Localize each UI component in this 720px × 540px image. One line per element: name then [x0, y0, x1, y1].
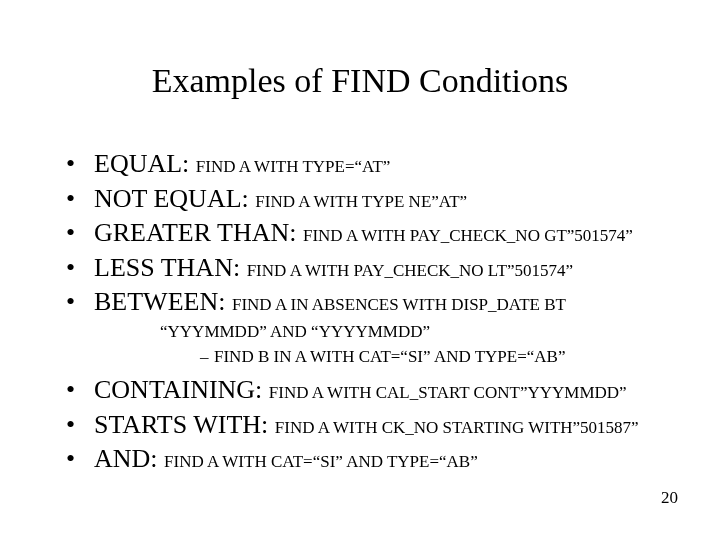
item-lead: GREATER THAN:	[94, 218, 303, 247]
between-subitem: –FIND B IN A WITH CAT=“SI” AND TYPE=“AB”	[200, 345, 670, 369]
list-item: LESS THAN: FIND A WITH PAY_CHECK_NO LT”5…	[66, 252, 670, 285]
item-code: FIND A WITH CAT=“SI” AND TYPE=“AB”	[164, 452, 478, 471]
item-code: FIND A WITH TYPE NE”AT”	[255, 192, 467, 211]
item-code: FIND A WITH PAY_CHECK_NO LT”501574”	[247, 261, 574, 280]
list-item: EQUAL: FIND A WITH TYPE=“AT”	[66, 148, 670, 181]
item-code: FIND A IN ABSENCES WITH DISP_DATE BT	[232, 295, 566, 314]
item-lead: AND:	[94, 444, 164, 473]
list-item: BETWEEN: FIND A IN ABSENCES WITH DISP_DA…	[66, 286, 670, 319]
item-code: FIND A WITH CAL_START CONT”YYYMMDD”	[269, 383, 627, 402]
slide-title: Examples of FIND Conditions	[0, 62, 720, 100]
item-lead: LESS THAN:	[94, 253, 247, 282]
item-lead: EQUAL:	[94, 149, 196, 178]
item-code: FIND A WITH PAY_CHECK_NO GT”501574”	[303, 226, 633, 245]
dash-icon: –	[200, 345, 214, 369]
slide-body: EQUAL: FIND A WITH TYPE=“AT” NOT EQUAL: …	[66, 148, 670, 478]
item-code: FIND A WITH CK_NO STARTING WITH”501587”	[275, 418, 639, 437]
list-item: CONTAINING: FIND A WITH CAL_START CONT”Y…	[66, 374, 670, 407]
slide: Examples of FIND Conditions EQUAL: FIND …	[0, 0, 720, 540]
list-item: NOT EQUAL: FIND A WITH TYPE NE”AT”	[66, 183, 670, 216]
subitem-text: FIND B IN A WITH CAT=“SI” AND TYPE=“AB”	[214, 347, 565, 366]
item-lead: STARTS WITH:	[94, 410, 275, 439]
bullet-list-1: EQUAL: FIND A WITH TYPE=“AT” NOT EQUAL: …	[66, 148, 670, 319]
page-number: 20	[661, 488, 678, 508]
between-continuation: “YYYMMDD” AND “YYYYMMDD”	[160, 321, 670, 343]
list-item: AND: FIND A WITH CAT=“SI” AND TYPE=“AB”	[66, 443, 670, 476]
item-lead: NOT EQUAL:	[94, 184, 255, 213]
item-lead: BETWEEN:	[94, 287, 232, 316]
list-item: GREATER THAN: FIND A WITH PAY_CHECK_NO G…	[66, 217, 670, 250]
bullet-list-2: CONTAINING: FIND A WITH CAL_START CONT”Y…	[66, 374, 670, 476]
item-lead: CONTAINING:	[94, 375, 269, 404]
list-item: STARTS WITH: FIND A WITH CK_NO STARTING …	[66, 409, 670, 442]
item-code: FIND A WITH TYPE=“AT”	[196, 157, 391, 176]
